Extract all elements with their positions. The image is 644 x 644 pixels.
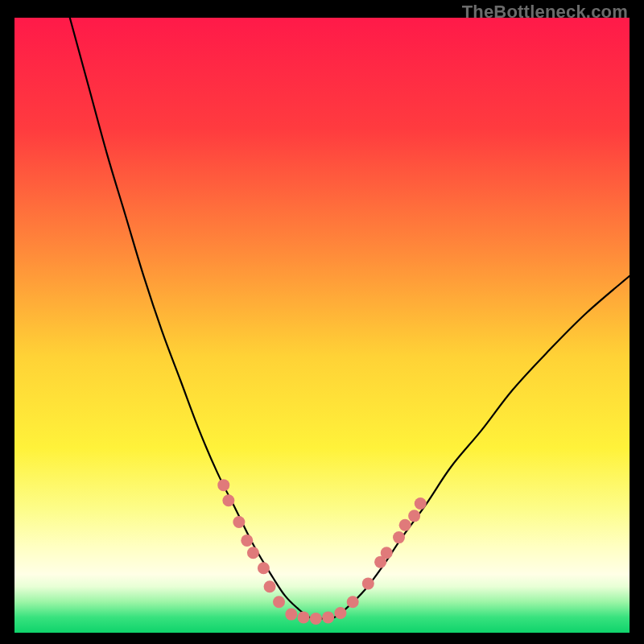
chart-frame <box>14 18 630 633</box>
highlight-dot <box>362 577 374 589</box>
highlight-dot <box>322 611 334 623</box>
highlight-dot <box>233 516 245 528</box>
highlight-dot <box>381 547 393 559</box>
highlight-dot <box>310 613 322 625</box>
highlight-dot <box>415 497 427 510</box>
highlight-dot <box>399 519 411 531</box>
chart-background <box>14 18 630 633</box>
highlight-dot <box>408 510 420 522</box>
highlight-dot <box>347 596 359 608</box>
highlight-dot <box>298 611 310 623</box>
highlight-dot <box>222 494 234 506</box>
highlight-dot <box>334 607 346 619</box>
highlight-dot <box>217 479 229 491</box>
highlight-dot <box>264 580 276 592</box>
highlight-dot <box>273 596 285 608</box>
bottleneck-chart <box>14 18 630 633</box>
highlight-dot <box>393 531 405 543</box>
highlight-dot <box>241 535 253 547</box>
highlight-dot <box>258 562 270 574</box>
highlight-dot <box>285 609 297 621</box>
highlight-dot <box>247 547 259 559</box>
